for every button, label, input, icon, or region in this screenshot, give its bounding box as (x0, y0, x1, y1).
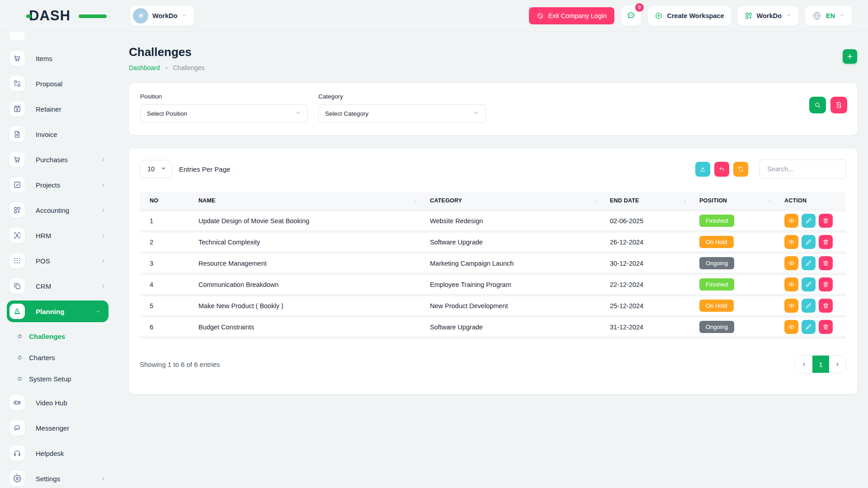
row-actions (784, 214, 842, 228)
pagination-prev-button[interactable] (796, 356, 812, 373)
workspace-menu[interactable]: WorkDo (738, 6, 798, 26)
messages-button[interactable]: 0 (621, 6, 641, 26)
cell-no: 2 (140, 231, 194, 253)
globe-icon (812, 11, 822, 21)
filter-actions (809, 97, 847, 113)
edit-button[interactable] (802, 235, 816, 249)
cell-name[interactable]: Update Design of Movie Seat Booking (194, 210, 425, 231)
column-header-no[interactable]: NO (140, 192, 194, 210)
company-switcher[interactable]: WorkDo (130, 6, 194, 26)
sidebar-item-accounting[interactable]: Accounting (9, 199, 116, 221)
pagination-next-button[interactable] (829, 356, 846, 373)
sidebar-item-projects[interactable]: Projects (9, 174, 116, 196)
view-button[interactable] (784, 235, 798, 249)
sidebar-item-retainer[interactable]: Retainer (9, 98, 116, 120)
filter-card: Position Select Position Category Select… (129, 83, 857, 135)
clear-filter-button[interactable] (830, 97, 847, 113)
create-workspace-button[interactable]: Create Workspace (648, 6, 731, 26)
apply-filter-button[interactable] (809, 97, 826, 113)
messages-count-badge: 0 (635, 3, 644, 12)
delete-button[interactable] (819, 214, 833, 228)
edit-button[interactable] (802, 256, 816, 270)
pencil-icon (805, 260, 812, 267)
sort-icon[interactable]: ↑↓ (683, 198, 686, 203)
challenges-table: NO NAME↑↓ CATEGORY↑↓ END DATE↑↓ POSITION… (140, 192, 846, 339)
cell-name[interactable]: Resource Management (194, 253, 425, 274)
entries-per-page-select[interactable]: 10 (140, 160, 172, 178)
cell-name[interactable]: Budget Constraints (194, 316, 425, 338)
sidebar-item-video-hub[interactable]: Video Hub (9, 392, 116, 413)
cell-name[interactable]: Make New Product ( Bookly ) (194, 295, 425, 316)
pagination: 1 (795, 355, 846, 373)
view-button[interactable] (784, 320, 798, 334)
logo-text: DASH (29, 9, 71, 23)
sidebar-subitem-challenges[interactable]: Challenges (9, 326, 116, 347)
table-row: 5 Make New Product ( Bookly ) New Produc… (140, 295, 846, 316)
sidebar-item-messenger[interactable]: Messenger (9, 417, 116, 439)
sidebar-item-items[interactable]: Items (9, 47, 116, 69)
cell-category: Software Upgrade (425, 231, 605, 253)
delete-button[interactable] (819, 235, 833, 249)
category-filter-select[interactable]: Select Category (318, 104, 486, 122)
sidebar-item-hrm[interactable]: HRM (9, 225, 116, 246)
edit-button[interactable] (802, 299, 816, 313)
cell-name[interactable]: Communication Breakdown (194, 274, 425, 295)
pagination-page-1[interactable]: 1 (812, 356, 829, 373)
sidebar-item-invoice[interactable]: Invoice (9, 123, 116, 145)
reset-button[interactable] (714, 162, 729, 177)
view-button[interactable] (784, 256, 798, 270)
cell-end-date: 30-12-2024 (605, 253, 695, 274)
delete-button[interactable] (819, 320, 833, 334)
cell-no: 1 (140, 210, 194, 231)
table-footer: Showing 1 to 6 of 6 entries 1 (140, 355, 846, 373)
edit-button[interactable] (802, 320, 816, 334)
sort-icon[interactable]: ↑↓ (768, 198, 771, 203)
plus-circle-icon (655, 12, 663, 20)
table-row: 2 Technical Complexity Software Upgrade … (140, 231, 846, 253)
sidebar-item-helpdesk[interactable]: Helpdesk (9, 442, 116, 464)
refresh-button[interactable] (733, 162, 748, 177)
column-header-end-date[interactable]: END DATE↑↓ (605, 192, 695, 210)
cell-no: 5 (140, 295, 194, 316)
app-logo[interactable]: DASH (29, 8, 87, 23)
sidebar-item-pos[interactable]: POS (9, 250, 116, 272)
position-badge: On Hold (699, 236, 734, 248)
delete-button[interactable] (819, 256, 833, 270)
add-challenge-button[interactable] (843, 49, 857, 64)
column-header-category[interactable]: CATEGORY↑↓ (425, 192, 605, 210)
export-button[interactable] (695, 162, 710, 177)
company-name: WorkDo (152, 12, 177, 19)
view-button[interactable] (784, 277, 798, 291)
chevron-down-icon (473, 110, 479, 117)
sidebar-item-clipped[interactable] (9, 32, 116, 44)
table-search-input[interactable] (760, 160, 846, 178)
edit-button[interactable] (802, 214, 816, 228)
cell-category: Website Redesign (425, 210, 605, 231)
chat-bubble-icon (9, 420, 25, 436)
delete-button[interactable] (819, 299, 833, 313)
column-header-name[interactable]: NAME↑↓ (194, 192, 425, 210)
sidebar-subitem-system-setup[interactable]: System Setup (9, 368, 116, 389)
sidebar-item-planning[interactable]: Planning (7, 300, 108, 322)
view-button[interactable] (784, 214, 798, 228)
sidebar-item-crm[interactable]: CRM (9, 275, 116, 297)
sort-icon[interactable]: ↑↓ (594, 198, 596, 203)
view-button[interactable] (784, 299, 798, 313)
position-badge: Finished (699, 215, 734, 227)
position-filter-select[interactable]: Select Position (140, 104, 308, 122)
sort-icon[interactable]: ↑↓ (414, 198, 416, 203)
column-header-position[interactable]: POSITION↑↓ (695, 192, 780, 210)
sidebar-item-settings[interactable]: Settings (9, 468, 116, 488)
edit-button[interactable] (802, 277, 816, 291)
language-selector[interactable]: EN (805, 6, 852, 26)
delete-button[interactable] (819, 277, 833, 291)
position-badge: Ongoing (699, 321, 734, 333)
cell-name[interactable]: Technical Complexity (194, 231, 425, 253)
breadcrumb-dashboard-link[interactable]: Dashboard (129, 64, 160, 71)
traffic-cone-icon (9, 304, 25, 319)
exit-company-login-button[interactable]: Exit Company Login (529, 7, 614, 24)
sidebar-item-proposal[interactable]: Proposal (9, 73, 116, 94)
company-avatar (133, 8, 148, 23)
sidebar-subitem-charters[interactable]: Charters (9, 347, 116, 368)
sidebar-item-purchases[interactable]: Purchases (9, 149, 116, 170)
